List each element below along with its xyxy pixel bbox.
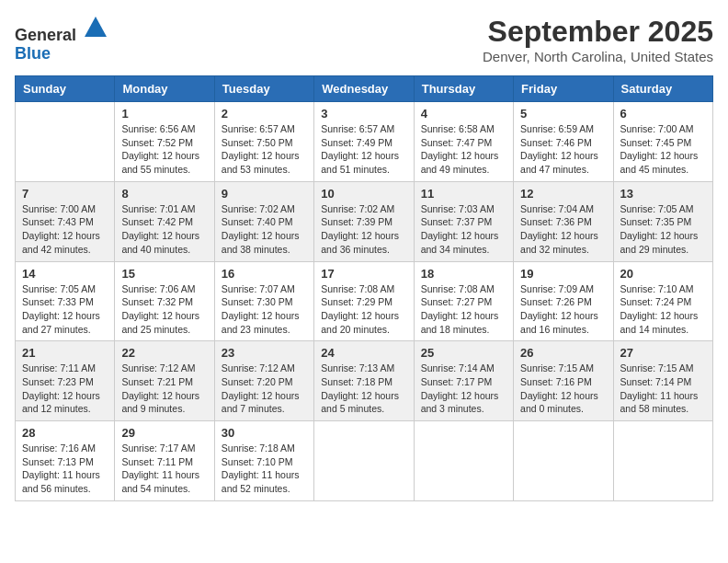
day-detail: Sunrise: 7:08 AMSunset: 7:27 PMDaylight:… xyxy=(421,282,506,337)
day-number: 9 xyxy=(222,187,307,201)
day-detail: Sunrise: 7:02 AMSunset: 7:40 PMDaylight:… xyxy=(222,202,307,257)
day-detail: Sunrise: 6:56 AMSunset: 7:52 PMDaylight:… xyxy=(121,122,207,177)
day-detail: Sunrise: 7:15 AMSunset: 7:14 PMDaylight:… xyxy=(620,362,706,416)
day-number: 16 xyxy=(222,267,307,281)
day-detail: Sunrise: 7:17 AMSunset: 7:11 PMDaylight:… xyxy=(121,442,207,496)
month-title: September 2025 xyxy=(483,15,713,49)
day-number: 3 xyxy=(321,107,406,121)
day-cell: 6Sunrise: 7:00 AMSunset: 7:45 PMDaylight… xyxy=(613,102,712,182)
day-cell: 13Sunrise: 7:05 AMSunset: 7:35 PMDayligh… xyxy=(613,181,712,261)
day-number: 11 xyxy=(421,187,506,201)
day-number: 6 xyxy=(620,107,706,121)
day-number: 20 xyxy=(620,267,706,281)
day-cell: 23Sunrise: 7:12 AMSunset: 7:20 PMDayligh… xyxy=(214,341,313,421)
day-number: 5 xyxy=(520,107,606,121)
day-cell: 18Sunrise: 7:08 AMSunset: 7:27 PMDayligh… xyxy=(414,261,513,341)
day-number: 23 xyxy=(222,346,307,360)
day-number: 14 xyxy=(22,267,108,281)
weekday-header-wednesday: Wednesday xyxy=(314,76,414,102)
logo-text-line1: General xyxy=(15,15,108,45)
day-detail: Sunrise: 7:00 AMSunset: 7:45 PMDaylight:… xyxy=(620,122,706,177)
day-detail: Sunrise: 7:10 AMSunset: 7:24 PMDaylight:… xyxy=(620,282,706,337)
day-cell: 21Sunrise: 7:11 AMSunset: 7:23 PMDayligh… xyxy=(16,341,115,421)
svg-marker-0 xyxy=(85,17,107,37)
logo-blue: Blue xyxy=(15,44,51,63)
day-number: 29 xyxy=(121,426,207,440)
day-detail: Sunrise: 7:14 AMSunset: 7:17 PMDaylight:… xyxy=(421,362,506,416)
day-detail: Sunrise: 7:02 AMSunset: 7:39 PMDaylight:… xyxy=(321,202,406,257)
day-number: 12 xyxy=(520,187,606,201)
day-cell: 4Sunrise: 6:58 AMSunset: 7:47 PMDaylight… xyxy=(414,102,513,182)
day-number: 28 xyxy=(22,426,108,440)
day-number: 4 xyxy=(421,107,506,121)
weekday-header-thursday: Thursday xyxy=(414,76,513,102)
day-number: 7 xyxy=(22,187,108,201)
day-cell: 29Sunrise: 7:17 AMSunset: 7:11 PMDayligh… xyxy=(115,421,214,501)
day-number: 15 xyxy=(121,267,207,281)
day-number: 21 xyxy=(22,346,108,360)
day-cell xyxy=(613,421,712,501)
logo-block: General Blue xyxy=(15,15,108,63)
weekday-header-saturday: Saturday xyxy=(613,76,712,102)
day-cell: 7Sunrise: 7:00 AMSunset: 7:43 PMDaylight… xyxy=(16,181,115,261)
day-detail: Sunrise: 7:05 AMSunset: 7:35 PMDaylight:… xyxy=(620,202,706,257)
day-detail: Sunrise: 7:06 AMSunset: 7:32 PMDaylight:… xyxy=(121,282,207,337)
day-cell: 14Sunrise: 7:05 AMSunset: 7:33 PMDayligh… xyxy=(16,261,115,341)
day-cell: 25Sunrise: 7:14 AMSunset: 7:17 PMDayligh… xyxy=(414,341,513,421)
day-detail: Sunrise: 6:59 AMSunset: 7:46 PMDaylight:… xyxy=(520,122,606,177)
logo-text-line2: Blue xyxy=(15,45,108,63)
day-cell: 3Sunrise: 6:57 AMSunset: 7:49 PMDaylight… xyxy=(314,102,414,182)
day-cell: 30Sunrise: 7:18 AMSunset: 7:10 PMDayligh… xyxy=(214,421,313,501)
day-number: 22 xyxy=(121,346,207,360)
weekday-header-row: SundayMondayTuesdayWednesdayThursdayFrid… xyxy=(16,76,713,102)
day-cell: 24Sunrise: 7:13 AMSunset: 7:18 PMDayligh… xyxy=(314,341,414,421)
day-detail: Sunrise: 7:16 AMSunset: 7:13 PMDaylight:… xyxy=(22,442,108,496)
day-cell xyxy=(414,421,513,501)
day-cell: 8Sunrise: 7:01 AMSunset: 7:42 PMDaylight… xyxy=(115,181,214,261)
weekday-header-friday: Friday xyxy=(514,76,613,102)
day-detail: Sunrise: 6:57 AMSunset: 7:50 PMDaylight:… xyxy=(222,122,307,177)
day-detail: Sunrise: 7:12 AMSunset: 7:21 PMDaylight:… xyxy=(121,362,207,416)
weekday-header-tuesday: Tuesday xyxy=(214,76,313,102)
day-cell: 5Sunrise: 6:59 AMSunset: 7:46 PMDaylight… xyxy=(514,102,613,182)
day-cell: 22Sunrise: 7:12 AMSunset: 7:21 PMDayligh… xyxy=(115,341,214,421)
day-detail: Sunrise: 7:07 AMSunset: 7:30 PMDaylight:… xyxy=(222,282,307,337)
day-cell: 10Sunrise: 7:02 AMSunset: 7:39 PMDayligh… xyxy=(314,181,414,261)
day-number: 10 xyxy=(321,187,406,201)
day-number: 26 xyxy=(520,346,606,360)
week-row-3: 14Sunrise: 7:05 AMSunset: 7:33 PMDayligh… xyxy=(16,261,713,341)
day-cell xyxy=(314,421,414,501)
day-cell: 11Sunrise: 7:03 AMSunset: 7:37 PMDayligh… xyxy=(414,181,513,261)
day-cell: 15Sunrise: 7:06 AMSunset: 7:32 PMDayligh… xyxy=(115,261,214,341)
day-cell: 27Sunrise: 7:15 AMSunset: 7:14 PMDayligh… xyxy=(613,341,712,421)
day-number: 1 xyxy=(121,107,207,121)
day-cell: 20Sunrise: 7:10 AMSunset: 7:24 PMDayligh… xyxy=(613,261,712,341)
day-number: 13 xyxy=(620,187,706,201)
day-cell: 17Sunrise: 7:08 AMSunset: 7:29 PMDayligh… xyxy=(314,261,414,341)
day-cell: 28Sunrise: 7:16 AMSunset: 7:13 PMDayligh… xyxy=(16,421,115,501)
calendar-table: SundayMondayTuesdayWednesdayThursdayFrid… xyxy=(15,75,713,501)
day-detail: Sunrise: 7:01 AMSunset: 7:42 PMDaylight:… xyxy=(121,202,207,257)
day-detail: Sunrise: 6:58 AMSunset: 7:47 PMDaylight:… xyxy=(421,122,506,177)
day-number: 18 xyxy=(421,267,506,281)
day-number: 27 xyxy=(620,346,706,360)
day-number: 25 xyxy=(421,346,506,360)
day-cell: 19Sunrise: 7:09 AMSunset: 7:26 PMDayligh… xyxy=(514,261,613,341)
day-detail: Sunrise: 7:03 AMSunset: 7:37 PMDaylight:… xyxy=(421,202,506,257)
day-cell: 9Sunrise: 7:02 AMSunset: 7:40 PMDaylight… xyxy=(214,181,313,261)
day-detail: Sunrise: 7:12 AMSunset: 7:20 PMDaylight:… xyxy=(222,362,307,416)
day-cell: 12Sunrise: 7:04 AMSunset: 7:36 PMDayligh… xyxy=(514,181,613,261)
day-cell: 26Sunrise: 7:15 AMSunset: 7:16 PMDayligh… xyxy=(514,341,613,421)
title-area: September 2025 Denver, North Carolina, U… xyxy=(483,15,713,64)
day-cell: 1Sunrise: 6:56 AMSunset: 7:52 PMDaylight… xyxy=(115,102,214,182)
day-detail: Sunrise: 7:09 AMSunset: 7:26 PMDaylight:… xyxy=(520,282,606,337)
header: General Blue September 2025 Denver, Nort… xyxy=(15,15,713,64)
logo-triangle-icon xyxy=(83,15,108,40)
weekday-header-sunday: Sunday xyxy=(16,76,115,102)
day-detail: Sunrise: 7:11 AMSunset: 7:23 PMDaylight:… xyxy=(22,362,108,416)
week-row-4: 21Sunrise: 7:11 AMSunset: 7:23 PMDayligh… xyxy=(16,341,713,421)
day-detail: Sunrise: 7:18 AMSunset: 7:10 PMDaylight:… xyxy=(222,442,307,496)
week-row-1: 1Sunrise: 6:56 AMSunset: 7:52 PMDaylight… xyxy=(16,102,713,182)
week-row-2: 7Sunrise: 7:00 AMSunset: 7:43 PMDaylight… xyxy=(16,181,713,261)
day-detail: Sunrise: 7:04 AMSunset: 7:36 PMDaylight:… xyxy=(520,202,606,257)
